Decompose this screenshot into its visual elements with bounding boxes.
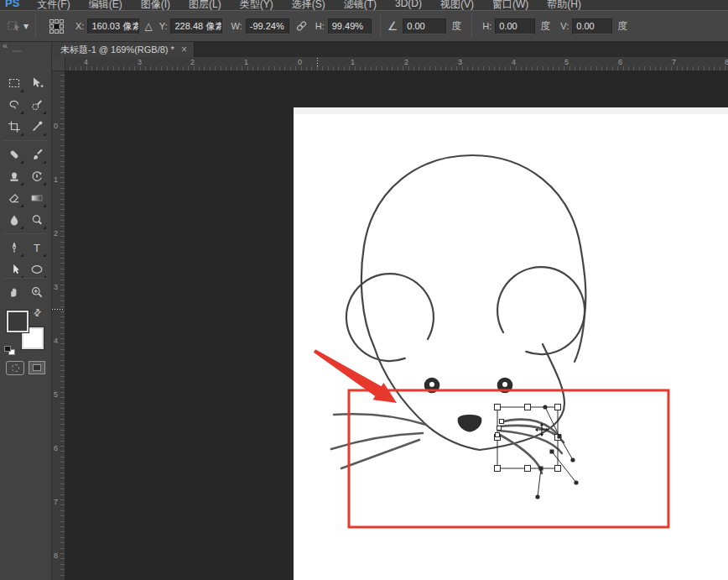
- ruler-number: 1: [351, 58, 355, 66]
- ruler-number: 8: [54, 551, 58, 560]
- path-anchor-points: [535, 405, 578, 499]
- blur-tool[interactable]: [3, 209, 25, 231]
- lasso-tool[interactable]: [3, 94, 25, 116]
- menu-filter[interactable]: 滤镜(T): [335, 0, 386, 10]
- menu-select[interactable]: 选择(S): [283, 0, 335, 10]
- clone-stamp-tool[interactable]: [3, 165, 25, 187]
- pasteboard[interactable]: [65, 71, 728, 580]
- hand-tool[interactable]: [3, 281, 25, 303]
- gradient-tool[interactable]: [26, 187, 48, 209]
- ruler-number: 3: [458, 58, 462, 66]
- menu-help[interactable]: 帮助(H): [538, 0, 590, 10]
- quick-mask-icon: [12, 364, 19, 372]
- swap-colors-icon[interactable]: ⇄: [31, 306, 44, 320]
- h-skew-label: H:: [482, 21, 491, 31]
- ruler-corner[interactable]: [52, 57, 65, 71]
- eyedropper-tool[interactable]: [26, 116, 48, 138]
- v-skew-label: V:: [560, 21, 569, 31]
- menu-edit[interactable]: 编辑(E): [80, 0, 132, 10]
- default-colors-icon[interactable]: [4, 346, 16, 355]
- ruler-number: 0: [54, 122, 58, 130]
- clone-stamp-icon: [8, 170, 21, 183]
- screen-mode-button[interactable]: [29, 361, 45, 374]
- history-brush-icon: [30, 170, 44, 183]
- separator: [471, 15, 472, 37]
- transform-controls[interactable]: [495, 405, 579, 499]
- close-tab-icon[interactable]: ×: [181, 45, 187, 54]
- history-brush-tool[interactable]: [26, 165, 48, 187]
- menu-view[interactable]: 视图(V): [431, 0, 483, 10]
- crop-icon: [8, 120, 21, 133]
- tool-preset-picker[interactable]: ▾: [7, 19, 30, 33]
- v-skew-unit: 度: [617, 19, 627, 34]
- eraser-tool[interactable]: [3, 187, 25, 209]
- reference-point-locator[interactable]: [49, 19, 64, 34]
- pen-tool[interactable]: [3, 237, 25, 259]
- document-canvas[interactable]: [294, 107, 728, 580]
- red-annotation-box: [349, 390, 668, 527]
- x-label: X:: [75, 21, 84, 31]
- angle-input[interactable]: 0.00: [403, 18, 446, 34]
- ps-logo: PS: [5, 0, 19, 9]
- screen-mode-icon: [33, 364, 41, 371]
- y-label: Y:: [159, 21, 168, 31]
- ruler-number: 4: [84, 58, 88, 66]
- x-input[interactable]: 160.03 像素: [87, 18, 139, 34]
- ruler-number: 2: [190, 58, 195, 66]
- spot-healing-brush-tool[interactable]: [3, 144, 25, 165]
- brush-tool[interactable]: [26, 144, 48, 165]
- quick-selection-icon: [30, 98, 44, 112]
- canvas-artwork[interactable]: [294, 107, 728, 580]
- h-skew-unit: 度: [540, 19, 550, 34]
- mouse-nose: [458, 415, 482, 432]
- relative-position-icon[interactable]: △: [144, 20, 152, 32]
- options-bar: ▾ X: 160.03 像素 △ Y: 228.48 像素 W: -99.24%…: [0, 10, 728, 42]
- rectangular-marquee-tool[interactable]: [3, 72, 25, 94]
- menu-3d[interactable]: 3D(D): [386, 0, 431, 9]
- collapse-panel-icon[interactable]: «: [3, 40, 8, 50]
- menu-window[interactable]: 窗口(W): [483, 0, 538, 10]
- ruler-number: 8: [725, 58, 728, 66]
- ellipse-icon: [30, 263, 44, 276]
- horizontal-ruler[interactable]: 4321012345678: [65, 57, 728, 71]
- divider: [3, 278, 47, 279]
- whiskers: [331, 414, 564, 473]
- photoshop-window: PS 文件(F) 编辑(E) 图像(I) 图层(L) 类型(Y) 选择(S) 滤…: [0, 0, 728, 580]
- document-title: 未标题-1 @ 169%(RGB/8) *: [60, 44, 174, 56]
- tools-panel: « ••••••••: [0, 42, 52, 580]
- document-tab-bar: 未标题-1 @ 169%(RGB/8) * ×: [52, 42, 728, 57]
- lasso-icon: [8, 98, 21, 112]
- panel-grip-icon[interactable]: ••••••••: [12, 48, 22, 54]
- h-skew-input[interactable]: 0.00: [495, 18, 535, 34]
- dodge-tool[interactable]: [26, 209, 48, 231]
- quick-selection-tool[interactable]: [26, 94, 48, 116]
- eyedropper-icon: [30, 120, 44, 133]
- vertical-ruler[interactable]: 012345678: [52, 71, 65, 580]
- document-tab[interactable]: 未标题-1 @ 169%(RGB/8) * ×: [52, 42, 195, 57]
- type-tool[interactable]: T: [26, 237, 48, 259]
- foreground-color-swatch[interactable]: [7, 311, 29, 332]
- menu-layer[interactable]: 图层(L): [179, 0, 231, 10]
- brush-icon: [30, 148, 44, 161]
- h-label: H:: [315, 21, 325, 31]
- ruler-number: 2: [404, 58, 408, 66]
- ruler-number: 4: [512, 58, 516, 66]
- link-dimensions-icon[interactable]: [295, 20, 308, 32]
- w-input[interactable]: -99.24%: [246, 18, 289, 34]
- zoom-icon: [30, 285, 44, 299]
- move-tool[interactable]: [26, 72, 48, 94]
- menu-image[interactable]: 图像(I): [132, 0, 179, 10]
- y-input[interactable]: 228.48 像素: [170, 18, 222, 34]
- h-input[interactable]: 99.49%: [328, 18, 372, 34]
- ruler-number: 1: [54, 175, 58, 184]
- type-icon: T: [30, 241, 44, 254]
- zoom-tool[interactable]: [26, 281, 48, 303]
- ruler-number: 5: [564, 58, 569, 66]
- menu-file[interactable]: 文件(F): [28, 0, 79, 10]
- quick-mask-button[interactable]: [6, 361, 24, 375]
- v-skew-input[interactable]: 0.00: [572, 18, 612, 34]
- menu-type[interactable]: 类型(Y): [231, 0, 283, 10]
- crop-tool[interactable]: [3, 116, 25, 138]
- transform-tool-icon: [7, 19, 22, 33]
- ruler-number: 7: [672, 58, 676, 66]
